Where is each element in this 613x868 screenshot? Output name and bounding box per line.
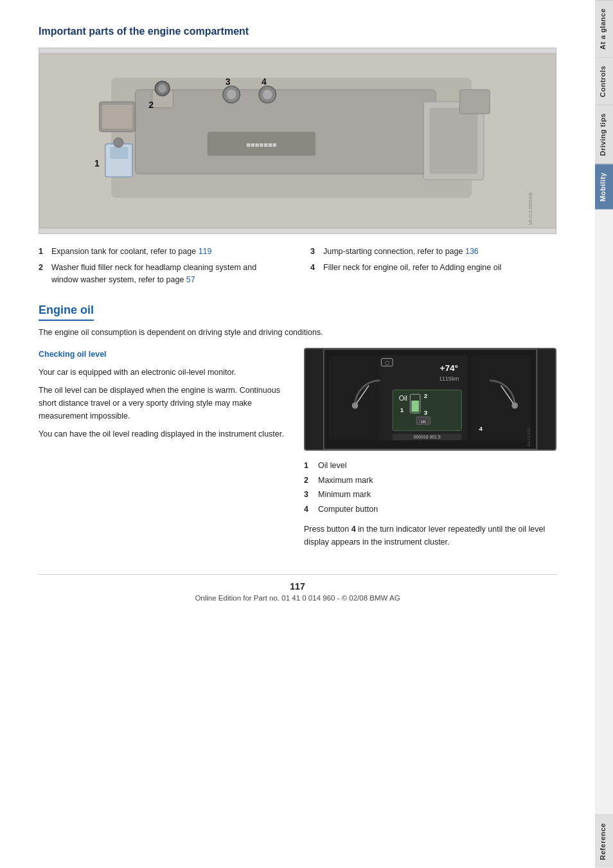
oil-left-column: Checking oil level Your car is equipped …: [39, 348, 291, 548]
parts-list-item-3: 3 Jump-starting connection, refer to pag…: [310, 246, 556, 258]
oil-label-1: 1 Oil level: [304, 458, 556, 473]
page-footer: 117 Online Edition for Part no. 01 41 0 …: [39, 574, 556, 602]
svg-rect-28: [330, 356, 380, 440]
tab-controls[interactable]: Controls: [595, 57, 613, 105]
oil-label-3: 3 Minimum mark: [304, 487, 556, 502]
svg-text:+74°: +74°: [440, 363, 458, 373]
tab-driving-tips[interactable]: Driving tips: [595, 105, 613, 164]
part-text-3: Jump-starting connection, refer to page …: [323, 246, 479, 258]
tab-at-a-glance[interactable]: At a glance: [595, 0, 613, 57]
oil-para-2: The oil level can be displayed when the …: [39, 384, 291, 422]
svg-text:3: 3: [226, 77, 231, 87]
svg-rect-19: [459, 90, 490, 114]
part-text-1: Expansion tank for coolant, refer to pag…: [51, 246, 211, 258]
svg-point-48: [511, 402, 518, 409]
checking-oil-level-heading: Checking oil level: [39, 348, 291, 361]
oil-right-column: ⬡ +74° 1115km Oil 1 2: [304, 348, 556, 548]
svg-text:⬡: ⬡: [385, 361, 389, 366]
oil-label-2: 2 Maximum mark: [304, 473, 556, 488]
engine-oil-intro: The engine oil consumption is dependent …: [39, 326, 556, 339]
svg-rect-18: [430, 108, 478, 174]
svg-text:4: 4: [262, 77, 267, 87]
parts-list-item-2: 2 Washer fluid filler neck for headlamp …: [39, 262, 285, 286]
svg-text:1: 1: [94, 158, 100, 168]
engine-compartment-image: ■■■■■■■: [39, 48, 556, 234]
page-wrapper: At a glance Controls Driving tips Mobili…: [0, 0, 613, 868]
engine-compartment-title: Important parts of the engine compartmen…: [39, 26, 556, 37]
svg-text:VA-CL3-060049B: VA-CL3-060049B: [528, 192, 533, 225]
oil-para-1: Your car is equipped with an electronic …: [39, 366, 291, 379]
part-num-1: 1: [39, 246, 48, 258]
svg-point-9: [114, 138, 123, 147]
oil-labels-list: 1 Oil level 2 Maximum mark 3 Minimum mar…: [304, 458, 556, 516]
svg-text:2: 2: [424, 392, 428, 399]
svg-text:RA-CL3-00: RA-CL3-00: [528, 427, 531, 446]
footer-text: Online Edition for Part no. 01 41 0 014 …: [195, 594, 400, 602]
svg-text:2: 2: [148, 100, 154, 110]
sidebar-tabs: At a glance Controls Driving tips Mobili…: [595, 0, 613, 868]
page-number: 117: [39, 581, 556, 592]
svg-text:000016  001.5: 000016 001.5: [414, 435, 441, 440]
instrument-cluster-image: ⬡ +74° 1115km Oil 1 2: [304, 348, 556, 451]
oil-label-4: 4 Computer button: [304, 502, 556, 517]
part-num-4: 4: [310, 262, 319, 274]
press-button-text: Press button 4 in the turn indicator lev…: [304, 523, 556, 548]
part-num-2: 2: [39, 262, 48, 274]
svg-rect-38: [411, 401, 419, 412]
svg-rect-8: [110, 147, 128, 159]
main-content: Important parts of the engine compartmen…: [39, 26, 556, 602]
svg-point-14: [227, 90, 236, 100]
svg-point-16: [263, 90, 272, 100]
parts-list-item-1: 1 Expansion tank for coolant, refer to p…: [39, 246, 285, 258]
svg-text:4: 4: [479, 425, 483, 432]
oil-para-3: You can have the oil level reading displ…: [39, 428, 291, 440]
tab-spacer: [595, 210, 613, 815]
parts-list: 1 Expansion tank for coolant, refer to p…: [39, 246, 556, 285]
tab-mobility[interactable]: Mobility: [595, 164, 613, 210]
svg-text:1115km: 1115km: [439, 375, 459, 382]
svg-text:ok: ok: [421, 419, 426, 424]
svg-point-30: [352, 402, 359, 409]
part-text-4: Filler neck for engine oil, refer to Add…: [323, 262, 501, 274]
part-num-3: 3: [310, 246, 319, 258]
svg-text:Oil: Oil: [399, 394, 407, 402]
part-text-2: Washer fluid filler neck for headlamp cl…: [51, 262, 285, 286]
svg-text:3: 3: [424, 410, 428, 417]
svg-rect-6: [102, 105, 132, 129]
tab-reference[interactable]: Reference: [595, 815, 613, 868]
parts-list-item-4: 4 Filler neck for engine oil, refer to A…: [310, 262, 556, 286]
oil-section: Checking oil level Your car is equipped …: [39, 348, 556, 548]
svg-point-12: [158, 84, 166, 93]
svg-text:1: 1: [400, 406, 404, 413]
svg-text:■■■■■■■: ■■■■■■■: [246, 141, 277, 149]
engine-oil-title: Engine oil: [39, 303, 94, 321]
